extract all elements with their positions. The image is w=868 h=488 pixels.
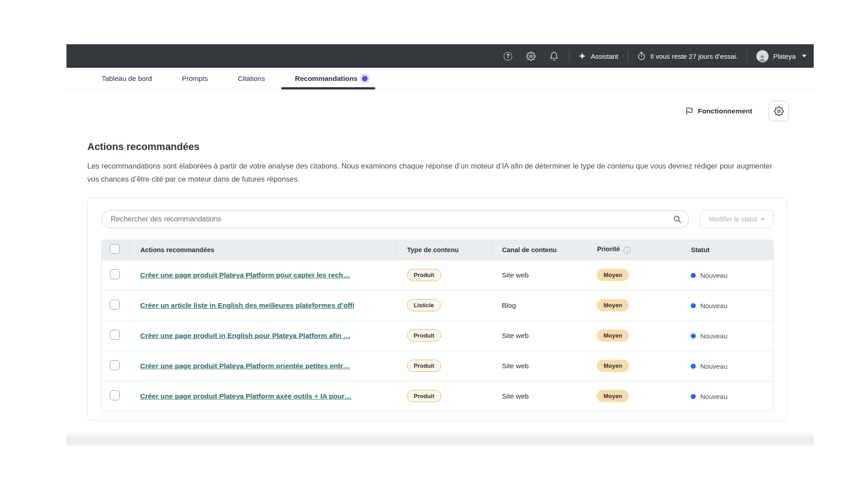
content-channel: Blog: [491, 290, 586, 320]
status-dot: [691, 394, 696, 399]
topbar-divider: [569, 50, 569, 62]
recommendations-table-wrapper: Actions recommandées Type de contenu Can…: [101, 239, 774, 412]
mode-selector[interactable]: Fonctionnement: [685, 107, 752, 115]
content-type-badge: Produit: [407, 390, 441, 402]
assistant-button[interactable]: Assistant: [578, 52, 618, 60]
tab-recommandations-label: Recommandations: [295, 75, 358, 83]
priority-badge: Moyen: [597, 390, 629, 402]
modify-status-button[interactable]: Modifier le statut: [700, 210, 774, 228]
app-window: ? Assistant Il vous reste 27 jours d’ess…: [66, 44, 814, 446]
row-checkbox[interactable]: [110, 300, 120, 310]
column-header-actions: Actions recommandées: [129, 240, 396, 260]
help-icon: ?: [504, 52, 512, 61]
table-controls: Modifier le statut: [101, 210, 774, 228]
viewport-bottom-fade: [66, 431, 814, 446]
tab-prompts[interactable]: Prompts: [182, 68, 208, 89]
trial-status: Il vous reste 27 jours d’essai.: [637, 52, 738, 61]
topbar-divider: [627, 50, 628, 62]
column-header-status: Statut: [680, 240, 773, 260]
recommendation-link[interactable]: Créer une page produit Plateya Platform …: [140, 392, 352, 400]
status-dot: [691, 364, 696, 369]
status-label: Nouveau: [700, 362, 727, 370]
content-channel: Site web: [491, 320, 586, 351]
column-header-type: Type de contenu: [396, 240, 491, 260]
page-toolbar: Fonctionnement: [685, 101, 789, 121]
main-content: Actions recommandées Les recommandations…: [66, 141, 814, 421]
table-header-row: Actions recommandées Type de contenu Can…: [102, 240, 773, 260]
priority-header-label: Priorité: [597, 245, 620, 253]
help-button[interactable]: ?: [503, 51, 514, 61]
table-row: Créer une page produit in English pour P…: [102, 320, 773, 351]
content-channel: Site web: [491, 351, 586, 381]
column-header-priority: Prioritéi: [586, 240, 680, 260]
column-header-channel: Canal de contenu: [491, 240, 586, 260]
search-input[interactable]: [101, 210, 689, 228]
priority-badge: Moyen: [597, 329, 629, 342]
status-dot: [691, 333, 696, 338]
status-label: Nouveau: [700, 272, 727, 279]
recommendation-link[interactable]: Créer une page produit Plateya Platform …: [140, 271, 350, 279]
notification-dot-badge: [360, 74, 370, 83]
search-wrapper: [101, 210, 689, 228]
content-channel: Site web: [491, 260, 586, 290]
trial-text: Il vous reste 27 jours d’essai.: [651, 52, 738, 60]
row-checkbox[interactable]: [110, 269, 120, 279]
modify-status-label: Modifier le statut: [709, 216, 757, 223]
page-title: Actions recommandées: [87, 141, 793, 153]
row-checkbox[interactable]: [110, 360, 120, 370]
content-type-badge: Produit: [407, 360, 441, 372]
row-checkbox[interactable]: [110, 330, 120, 340]
avatar: [756, 50, 769, 62]
main-tabs: Tableau de bord Prompts Citations Recomm…: [66, 68, 814, 89]
recommendation-link[interactable]: Créer une page produit in English pour P…: [140, 332, 350, 340]
content-type-badge: Produit: [407, 329, 441, 342]
table-row: Créer une page produit Plateya Platform …: [102, 351, 773, 381]
table-row: Créer une page produit Plateya Platform …: [102, 260, 773, 290]
recommendation-link[interactable]: Créer un article liste in English des me…: [140, 301, 354, 310]
content-channel: Site web: [491, 381, 586, 411]
search-icon: [673, 215, 682, 224]
chevron-down-icon: [761, 218, 764, 221]
person-icon: [758, 53, 767, 62]
stopwatch-icon: [637, 52, 646, 61]
priority-badge: Moyen: [597, 269, 629, 281]
tab-citations[interactable]: Citations: [238, 68, 265, 89]
notifications-button[interactable]: [549, 51, 560, 61]
page-description: Les recommandations sont élaborées à par…: [87, 160, 783, 186]
status-dot: [691, 273, 696, 278]
bell-icon: [549, 52, 559, 61]
gear-icon: [526, 52, 536, 61]
top-navigation-bar: ? Assistant Il vous reste 27 jours d’ess…: [66, 44, 814, 68]
status-label: Nouveau: [700, 393, 727, 400]
recommendation-link[interactable]: Créer une page produit Plateya Platform …: [140, 362, 350, 370]
mode-label-text: Fonctionnement: [698, 107, 752, 115]
table-row: Créer un article liste in English des me…: [102, 290, 773, 320]
priority-badge: Moyen: [597, 360, 629, 372]
status-label: Nouveau: [700, 332, 727, 340]
assistant-label: Assistant: [591, 52, 618, 60]
settings-button[interactable]: [526, 51, 537, 61]
content-type-badge: Listicle: [407, 299, 441, 311]
topbar-divider: [747, 50, 747, 62]
row-checkbox[interactable]: [110, 390, 120, 400]
account-menu[interactable]: Plateya: [756, 50, 807, 62]
flag-icon: [685, 107, 693, 115]
info-icon[interactable]: i: [623, 247, 631, 254]
recommendations-table: Actions recommandées Type de contenu Can…: [102, 240, 773, 411]
account-name: Plateya: [773, 52, 796, 60]
status-dot: [691, 303, 696, 308]
chevron-down-icon: [802, 55, 807, 57]
tab-tableau-de-bord[interactable]: Tableau de bord: [102, 68, 152, 89]
sparkle-icon: [578, 52, 586, 60]
select-all-checkbox[interactable]: [110, 244, 120, 254]
table-row: Créer une page produit Plateya Platform …: [102, 381, 773, 411]
gear-icon: [774, 106, 784, 116]
content-type-badge: Produit: [407, 269, 441, 281]
recommendations-card: Modifier le statut Actions recommandées …: [87, 197, 788, 421]
status-label: Nouveau: [700, 302, 727, 310]
priority-badge: Moyen: [597, 299, 629, 311]
page-settings-button[interactable]: [769, 101, 789, 121]
tab-recommandations[interactable]: Recommandations: [295, 68, 370, 89]
